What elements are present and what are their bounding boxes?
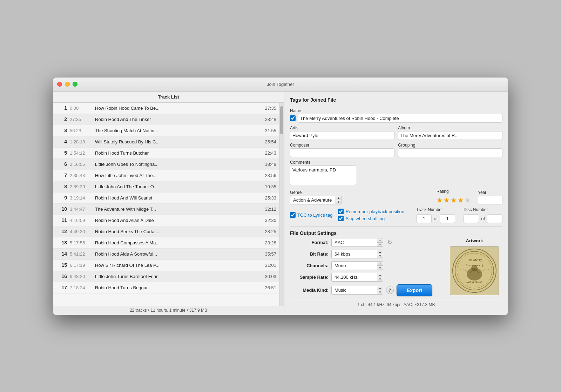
- genre-down-arrow[interactable]: ▼: [336, 200, 342, 204]
- scrollbar[interactable]: [279, 103, 284, 306]
- track-number: 17: [56, 285, 67, 290]
- year-input[interactable]: [478, 196, 502, 204]
- bitrate-select-wrapper: 64 kbps128 kbps256 kbps ▲ ▼: [331, 250, 383, 258]
- track-list-scroll[interactable]: 1 0:00 How Robin Hood Came To Be... 27:3…: [53, 103, 279, 306]
- format-down-arrow[interactable]: ▼: [377, 243, 383, 246]
- track-number: 1: [56, 105, 67, 111]
- format-row: Format: AACMP3AIFFWAV ▲ ▼ ↻: [290, 238, 441, 247]
- track-duration: 31:01: [259, 263, 276, 268]
- star-5[interactable]: ★: [465, 196, 471, 204]
- artist-input[interactable]: [290, 131, 394, 140]
- composer-input[interactable]: [290, 148, 394, 157]
- track-total-input[interactable]: [440, 214, 455, 223]
- table-row[interactable]: 2 27:35 Robin Hood And The Tinker 28:48: [53, 114, 279, 125]
- scrollbar-thumb[interactable]: [280, 106, 283, 134]
- track-start-time: 27:35: [70, 117, 95, 122]
- format-up-arrow[interactable]: ▲: [377, 238, 383, 243]
- channels-up-arrow[interactable]: ▲: [377, 262, 383, 266]
- track-number-label: Track Number: [416, 207, 455, 212]
- samplerate-down-arrow[interactable]: ▼: [377, 277, 383, 281]
- comments-input[interactable]: [290, 165, 356, 185]
- mediakind-up-arrow[interactable]: ▲: [377, 286, 383, 290]
- table-row[interactable]: 1 0:00 How Robin Hood Came To Be... 27:3…: [53, 103, 279, 114]
- table-row[interactable]: 17 7:18:24 Robin Hood Turns Beggar 36:51: [53, 282, 279, 293]
- disc-number-input[interactable]: [464, 214, 479, 223]
- table-row[interactable]: 16 6:48:20 Little John Turns Barefoot Fr…: [53, 271, 279, 282]
- window-title: Join Together: [267, 82, 294, 87]
- table-row[interactable]: 10 3:44:47 The Adventure With Midge T...…: [53, 204, 279, 215]
- channels-arrows: ▲ ▼: [377, 261, 383, 270]
- table-row[interactable]: 15 6:17:19 How Sir Richard Of The Lea P.…: [53, 260, 279, 271]
- mediakind-down-arrow[interactable]: ▼: [377, 290, 383, 294]
- artwork-label: Artwork: [466, 238, 483, 243]
- format-select[interactable]: AACMP3AIFFWAV: [331, 238, 377, 247]
- disc-total-input[interactable]: [487, 214, 502, 223]
- channels-down-arrow[interactable]: ▼: [377, 266, 383, 270]
- skip-shuffling-checkbox[interactable]: [338, 216, 344, 221]
- album-input[interactable]: [398, 131, 502, 140]
- star-3[interactable]: ★: [451, 196, 457, 204]
- toc-to-lyrics-label[interactable]: TOC to Lyrics tag: [290, 212, 332, 218]
- close-button[interactable]: [57, 82, 62, 87]
- star-2[interactable]: ★: [444, 196, 450, 204]
- table-row[interactable]: 12 4:49:30 Robin Hood Seeks The Curtal..…: [53, 226, 279, 237]
- track-number: 12: [56, 229, 67, 234]
- mediakind-label: Media Kind:: [290, 288, 329, 293]
- table-row[interactable]: 9 3:19:14 Robin Hood And Will Scarlet 25…: [53, 192, 279, 204]
- mediakind-select[interactable]: MusicAudiobookPodcast: [331, 286, 377, 295]
- track-number: 4: [56, 139, 67, 144]
- channels-select[interactable]: MonoStereo: [331, 261, 377, 270]
- table-row[interactable]: 8 2:59:39 Little John And The Tanner O..…: [53, 181, 279, 192]
- samplerate-arrows: ▲ ▼: [377, 273, 383, 282]
- grouping-input[interactable]: [398, 148, 502, 157]
- export-button[interactable]: Export: [397, 284, 432, 296]
- table-row[interactable]: 3 56:23 The Shooting Match At Nottin... …: [53, 125, 279, 136]
- disc-of-label: of: [481, 216, 485, 221]
- track-duration: 19:35: [259, 184, 276, 189]
- track-number: 10: [56, 206, 67, 212]
- star-4[interactable]: ★: [458, 196, 464, 204]
- table-row[interactable]: 11 4:16:59 Robin Hood And Allan A Dale 3…: [53, 215, 279, 226]
- samplerate-select[interactable]: 44.100 kHz22.050 kHz48.000 kHz: [331, 273, 377, 282]
- track-duration: 35:57: [259, 251, 276, 257]
- star-1[interactable]: ★: [437, 196, 443, 204]
- name-input[interactable]: [298, 114, 502, 123]
- track-number: 15: [56, 262, 67, 268]
- right-panel: Tags for Joined File Name Artist: [284, 92, 508, 315]
- genre-select[interactable]: Action & AdventureAudiobookPodcastMusicC…: [290, 196, 336, 204]
- track-title: How Little John Lived At The...: [95, 173, 259, 178]
- table-row[interactable]: 7 2:35:43 How Little John Lived At The..…: [53, 170, 279, 181]
- table-row[interactable]: 14 5:41:22 Robin Hood Aids A Sorrowful..…: [53, 249, 279, 260]
- bitrate-select[interactable]: 64 kbps128 kbps256 kbps: [331, 250, 377, 258]
- remember-playback-checkbox[interactable]: [338, 209, 344, 214]
- maximize-button[interactable]: [73, 82, 77, 87]
- skip-shuffling-label[interactable]: Skip when shuffling: [338, 216, 404, 221]
- composer-label: Composer: [290, 143, 394, 148]
- skip-shuffling-text: Skip when shuffling: [345, 216, 385, 221]
- genre-up-arrow[interactable]: ▲: [336, 196, 342, 200]
- name-checkbox[interactable]: [290, 115, 296, 121]
- toc-to-lyrics-checkbox[interactable]: [290, 212, 296, 218]
- bitrate-down-arrow[interactable]: ▼: [377, 254, 383, 258]
- table-row[interactable]: 5 1:54:12 Robin Hood Turns Butcher 22:43: [53, 148, 279, 159]
- format-arrows: ▲ ▼: [377, 238, 383, 247]
- table-row[interactable]: 4 1:28:18 Will Stutely Rescued By His C.…: [53, 136, 279, 148]
- track-number: 3: [56, 128, 67, 133]
- rating-stars[interactable]: ★ ★ ★ ★ ★: [437, 196, 471, 204]
- table-row[interactable]: 6 2:16:55 Little John Goes To Nottingha.…: [53, 159, 279, 170]
- disc-number-row: of: [464, 214, 502, 223]
- refresh-icon[interactable]: ↻: [387, 239, 392, 246]
- remember-playback-label[interactable]: Remember playback position: [338, 209, 404, 214]
- track-number: 16: [56, 273, 67, 279]
- track-start-time: 1:54:12: [70, 150, 95, 156]
- channels-select-wrapper: MonoStereo ▲ ▼: [331, 261, 383, 270]
- help-button[interactable]: ?: [386, 286, 394, 294]
- minimize-button[interactable]: [65, 82, 70, 87]
- track-number-input[interactable]: [416, 214, 432, 223]
- right-status: 1 ch, 44.1 kHz, 64 kbps, AAC, ~317.3 MB: [290, 300, 502, 309]
- samplerate-up-arrow[interactable]: ▲: [377, 273, 383, 277]
- bitrate-up-arrow[interactable]: ▲: [377, 250, 383, 254]
- mediakind-row: Media Kind: MusicAudiobookPodcast ▲ ▼ ?: [290, 284, 441, 296]
- channels-row: Channels: MonoStereo ▲ ▼: [290, 261, 441, 270]
- table-row[interactable]: 13 5:17:55 Robin Hood Compasses A Ma... …: [53, 237, 279, 249]
